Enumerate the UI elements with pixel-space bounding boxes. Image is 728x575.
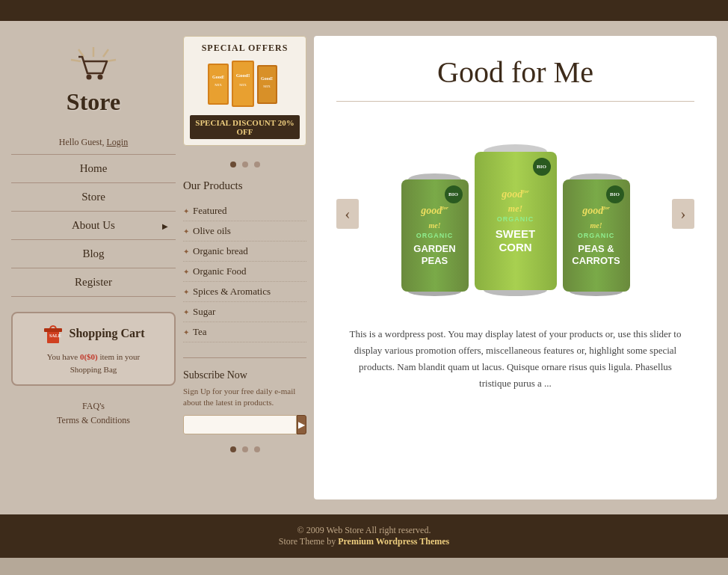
nav-item-blog[interactable]: Blog: [11, 240, 176, 268]
nav-link-about[interactable]: About Us: [11, 212, 176, 239]
dot-b3[interactable]: [254, 446, 260, 452]
dot-1[interactable]: [230, 162, 236, 167]
subscribe-section: Subscribe Now Sign Up for your free dail…: [183, 369, 306, 434]
list-item[interactable]: ✦Olive oils: [183, 221, 306, 242]
svg-text:Good!: Good!: [260, 76, 272, 81]
our-products-title: Our Products: [183, 179, 306, 192]
slider-next-button[interactable]: ›: [672, 199, 694, 229]
bullet-icon: ✦: [183, 227, 189, 236]
can-label-2: goodforme! ORGANIC SWEETCORN: [493, 185, 538, 256]
products-slider-dots: [183, 442, 306, 455]
special-offers-image: Good! MIX Good! MIX Good! MIX: [190, 58, 300, 111]
nav-link-store[interactable]: Store: [11, 183, 176, 211]
svg-text:Good!: Good!: [235, 73, 250, 79]
store-title: Store: [67, 88, 120, 116]
nav-item-about[interactable]: About Us: [11, 212, 176, 240]
list-item[interactable]: ✦Organic bread: [183, 242, 306, 262]
title-divider: [336, 101, 694, 102]
list-item[interactable]: ✦Spices & Aromatics: [183, 282, 306, 302]
cans-display: BIO goodforme! ORGANIC GARDENPEAS BIO: [401, 132, 630, 296]
nav-link-home[interactable]: Home: [11, 155, 176, 182]
can-top: [408, 173, 460, 179]
products-list: ✦Featured ✦Olive oils ✦Organic bread ✦Or…: [183, 201, 306, 342]
bullet-icon: ✦: [183, 268, 189, 276]
can-sweet-corn: BIO goodforme! ORGANIC SWEETCORN: [475, 144, 557, 296]
page-title: Good for Me: [336, 55, 694, 90]
can-body-1: BIO goodforme! ORGANIC GARDENPEAS: [401, 179, 469, 292]
faq-link[interactable]: FAQ's: [57, 401, 130, 412]
svg-text:MIX: MIX: [263, 84, 271, 88]
cart-title: Shopping Cart: [70, 327, 145, 340]
footer-theme: Store Theme by Premium Wordpress Themes: [10, 536, 718, 547]
logo-area: Store: [67, 36, 120, 123]
top-bar: [0, 0, 728, 21]
svg-text:MIX: MIX: [239, 83, 247, 87]
bio-badge-1: BIO: [445, 185, 463, 203]
subscribe-desc: Sign Up for your free daily e-mail about…: [183, 386, 306, 409]
svg-point-5: [87, 75, 92, 80]
product-link-spices[interactable]: Spices & Aromatics: [193, 286, 271, 298]
product-link-olive[interactable]: Olive oils: [193, 225, 231, 237]
shopping-cart-box: SALE Shopping Cart You have 0($0) item i…: [11, 312, 176, 386]
nav-item-register[interactable]: Register: [11, 268, 176, 297]
nav-link-blog[interactable]: Blog: [11, 240, 176, 268]
hello-guest: Hello Guest, Login: [59, 137, 128, 148]
main-wrapper: Store Hello Guest, Login Home Store Abou…: [0, 21, 728, 514]
svg-line-3: [78, 49, 84, 57]
nav-item-home[interactable]: Home: [11, 155, 176, 183]
product-link-sugar[interactable]: Sugar: [193, 306, 215, 318]
main-content: Good for Me ‹ BIO goodforme! ORGANIC GAR…: [314, 36, 717, 499]
svg-point-6: [98, 75, 103, 80]
can-label-1: goodforme! ORGANIC GARDENPEAS: [410, 201, 458, 269]
nav-link-register[interactable]: Register: [11, 268, 176, 296]
footer: © 2009 Web Store All right reserved. Sto…: [0, 514, 728, 558]
product-link-tea[interactable]: Tea: [193, 326, 207, 338]
svg-line-4: [71, 60, 81, 61]
product-link-featured[interactable]: Featured: [193, 205, 226, 217]
subscribe-input[interactable]: [183, 415, 297, 434]
can-bottom: [408, 292, 460, 296]
bullet-icon: ✦: [183, 247, 189, 256]
list-item[interactable]: ✦Featured: [183, 201, 306, 221]
can-top: [570, 173, 622, 179]
list-item[interactable]: ✦Tea: [183, 322, 306, 342]
sidebar: Store Hello Guest, Login Home Store Abou…: [11, 36, 176, 499]
svg-line-1: [103, 49, 108, 57]
dot-b1[interactable]: [230, 446, 236, 452]
login-link[interactable]: Login: [106, 137, 128, 147]
nav-item-store[interactable]: Store: [11, 183, 176, 212]
can-label-3: goodforme! ORGANIC PEAS &CARROTS: [569, 201, 623, 269]
can-bottom: [570, 292, 622, 296]
dot-2[interactable]: [242, 162, 248, 167]
product-link-bread[interactable]: Organic bread: [193, 245, 248, 257]
list-item[interactable]: ✦Sugar: [183, 302, 306, 322]
special-discount-bar: SPECIAL DISCOUNT 20% OFF: [190, 115, 300, 139]
product-description: This is a wordpress post. You may displa…: [344, 326, 688, 392]
subscribe-title: Subscribe Now: [183, 369, 306, 381]
bio-badge-3: BIO: [606, 185, 624, 203]
svg-text:SALE: SALE: [49, 333, 61, 338]
bullet-icon: ✦: [183, 308, 189, 316]
store-logo-icon: [67, 43, 120, 84]
subscribe-form: ▶: [183, 415, 306, 434]
cart-header: SALE Shopping Cart: [20, 322, 167, 345]
product-link-organic[interactable]: Organic Food: [193, 265, 247, 277]
product-slider: ‹ BIO goodforme! ORGANIC GARDENPEAS: [336, 117, 694, 311]
middle-col: SPECIAL OFFERS Good! MIX Good! MIX Good!…: [176, 36, 314, 499]
special-offers-title: SPECIAL OFFERS: [190, 43, 300, 54]
can-peas-carrots: BIO goodforme! ORGANIC PEAS &CARROTS: [563, 173, 630, 296]
dot-3[interactable]: [254, 162, 260, 167]
cart-bag-icon: SALE: [43, 322, 64, 345]
terms-link[interactable]: Terms & Conditions: [57, 415, 130, 426]
cart-item-count: 0($0): [80, 352, 98, 361]
cart-info: You have 0($0) item in yourShopping Bag: [20, 351, 167, 375]
bullet-icon: ✦: [183, 207, 189, 215]
list-item[interactable]: ✦Organic Food: [183, 262, 306, 282]
divider: [183, 357, 306, 358]
can-body-2: BIO goodforme! ORGANIC SWEETCORN: [475, 152, 557, 290]
subscribe-button[interactable]: ▶: [297, 415, 306, 434]
banner-slider-dots: [183, 157, 306, 170]
footer-theme-link[interactable]: Premium Wordpress Themes: [338, 536, 449, 547]
dot-b2[interactable]: [242, 446, 248, 452]
slider-prev-button[interactable]: ‹: [336, 199, 359, 229]
